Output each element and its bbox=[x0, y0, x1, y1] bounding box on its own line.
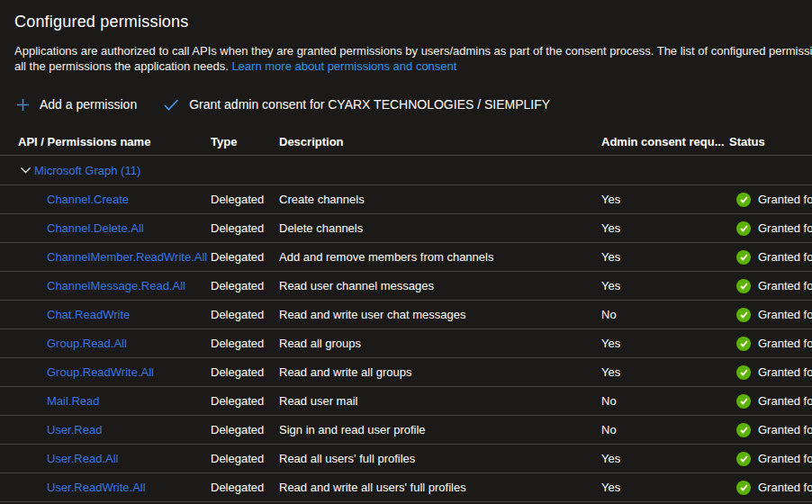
plus-icon bbox=[16, 98, 30, 112]
permission-description: Read user mail bbox=[279, 394, 601, 408]
permission-description: Read and write all groups bbox=[279, 365, 601, 379]
granted-check-icon bbox=[736, 193, 751, 207]
admin-consent-required-value: No bbox=[601, 423, 729, 436]
granted-check-icon bbox=[736, 337, 751, 351]
granted-check-icon bbox=[736, 394, 751, 409]
granted-check-icon bbox=[736, 279, 751, 293]
granted-check-icon bbox=[736, 250, 751, 265]
status-cell: Granted for bbox=[729, 423, 812, 437]
admin-consent-required-value: No bbox=[601, 394, 729, 408]
table-row: User.Read Delegated Sign in and read use… bbox=[0, 416, 812, 445]
permission-name-link[interactable]: Group.ReadWrite.All bbox=[47, 365, 154, 379]
granted-check-icon bbox=[736, 423, 751, 437]
add-permission-button[interactable]: Add a permission bbox=[16, 97, 137, 112]
grant-admin-consent-button[interactable]: Grant admin consent for CYARX TECHNOLOGI… bbox=[164, 97, 550, 112]
permission-description: Read user channel messages bbox=[279, 279, 601, 292]
permission-name-link[interactable]: Chat.ReadWrite bbox=[47, 308, 130, 321]
permission-name-link[interactable]: User.ReadWrite.All bbox=[47, 481, 146, 494]
status-cell: Granted for bbox=[729, 193, 812, 207]
table-row: Mail.Read Delegated Read user mail No Gr… bbox=[0, 387, 812, 416]
configured-permissions-pane: Configured permissions Applications are … bbox=[0, 0, 812, 502]
permission-type: Delegated bbox=[211, 337, 279, 350]
permissions-table: API / Permissions name Type Description … bbox=[0, 128, 812, 502]
status-text: Granted for bbox=[758, 394, 812, 408]
page-title: Configured permissions bbox=[0, 11, 812, 32]
status-text: Granted for bbox=[758, 452, 812, 465]
granted-check-icon bbox=[736, 308, 751, 322]
table-row: ChannelMember.ReadWrite.All Delegated Ad… bbox=[0, 243, 812, 272]
header-api-permissions-name[interactable]: API / Permissions name bbox=[0, 135, 211, 148]
status-text: Granted for bbox=[758, 365, 812, 379]
permission-name-link[interactable]: Channel.Create bbox=[47, 193, 129, 206]
admin-consent-required-value: Yes bbox=[601, 452, 729, 465]
permission-description: Read all groups bbox=[279, 337, 601, 350]
status-cell: Granted for bbox=[729, 221, 812, 236]
admin-consent-required-value: Yes bbox=[601, 365, 729, 379]
table-row: Chat.ReadWrite Delegated Read and write … bbox=[0, 301, 812, 329]
table-header-row: API / Permissions name Type Description … bbox=[0, 128, 812, 156]
table-row: Group.ReadWrite.All Delegated Read and w… bbox=[0, 358, 812, 387]
admin-consent-required-value: Yes bbox=[601, 337, 729, 350]
permission-type: Delegated bbox=[211, 423, 279, 436]
status-cell: Granted for bbox=[729, 308, 812, 322]
permission-type: Delegated bbox=[211, 250, 279, 264]
api-group-link[interactable]: Microsoft Graph (11) bbox=[34, 164, 140, 177]
status-cell: Granted for bbox=[729, 337, 812, 351]
status-text: Granted for bbox=[758, 337, 812, 350]
permission-description: Create channels bbox=[279, 193, 601, 206]
status-cell: Granted for bbox=[729, 250, 812, 265]
admin-consent-required-value: Yes bbox=[601, 279, 729, 292]
admin-consent-required-value: Yes bbox=[601, 250, 729, 264]
permission-name-link[interactable]: Channel.Delete.All bbox=[47, 221, 144, 235]
grant-admin-consent-label: Grant admin consent for CYARX TECHNOLOGI… bbox=[189, 97, 550, 112]
permission-type: Delegated bbox=[211, 394, 279, 408]
table-row: Channel.Create Delegated Create channels… bbox=[0, 185, 812, 214]
status-text: Granted for bbox=[758, 221, 812, 235]
table-body: Channel.Create Delegated Create channels… bbox=[0, 185, 812, 502]
header-status[interactable]: Status bbox=[729, 135, 812, 148]
permission-description: Read and write all users' full profiles bbox=[279, 481, 601, 494]
permission-type: Delegated bbox=[211, 193, 279, 206]
permission-name-link[interactable]: Group.Read.All bbox=[47, 337, 127, 350]
chevron-down-icon[interactable] bbox=[20, 166, 32, 175]
permission-name-link[interactable]: User.Read bbox=[47, 423, 102, 436]
permission-type: Delegated bbox=[211, 308, 279, 321]
header-type[interactable]: Type bbox=[211, 135, 279, 148]
admin-consent-required-value: Yes bbox=[601, 193, 729, 206]
status-cell: Granted for bbox=[729, 394, 812, 409]
granted-check-icon bbox=[736, 481, 751, 495]
status-text: Granted for bbox=[758, 308, 812, 321]
permission-description: Delete channels bbox=[279, 221, 601, 235]
table-row: Channel.Delete.All Delegated Delete chan… bbox=[0, 214, 812, 243]
toolbar: Add a permission Grant admin consent for… bbox=[0, 94, 812, 115]
permission-description: Read and write user chat messages bbox=[279, 308, 601, 321]
status-cell: Granted for bbox=[729, 452, 812, 466]
status-text: Granted for bbox=[758, 250, 812, 264]
permission-name-link[interactable]: User.Read.All bbox=[47, 452, 118, 465]
permission-type: Delegated bbox=[211, 279, 279, 292]
table-row: ChannelMessage.Read.All Delegated Read u… bbox=[0, 272, 812, 301]
header-admin-consent-required[interactable]: Admin consent requ... bbox=[601, 135, 729, 148]
permission-name-link[interactable]: Mail.Read bbox=[47, 394, 100, 408]
permission-type: Delegated bbox=[211, 365, 279, 379]
permission-type: Delegated bbox=[211, 452, 279, 465]
status-text: Granted for bbox=[758, 279, 812, 292]
description-text: Applications are authorized to call APIs… bbox=[0, 43, 812, 74]
status-cell: Granted for bbox=[729, 365, 812, 380]
permission-name-link[interactable]: ChannelMember.ReadWrite.All bbox=[47, 250, 207, 264]
admin-consent-required-value: Yes bbox=[601, 481, 729, 494]
api-group-row-microsoft-graph[interactable]: Microsoft Graph (11) bbox=[0, 156, 812, 185]
table-row: User.ReadWrite.All Delegated Read and wr… bbox=[0, 473, 812, 502]
add-permission-label: Add a permission bbox=[40, 97, 137, 112]
check-icon bbox=[164, 99, 179, 111]
description-line1: Applications are authorized to call APIs… bbox=[14, 43, 812, 58]
header-description[interactable]: Description bbox=[279, 135, 601, 148]
status-text: Granted for bbox=[758, 481, 812, 494]
learn-more-link[interactable]: Learn more about permissions and consent bbox=[231, 59, 456, 73]
permission-name-link[interactable]: ChannelMessage.Read.All bbox=[47, 279, 185, 292]
permission-type: Delegated bbox=[211, 221, 279, 235]
status-cell: Granted for bbox=[729, 279, 812, 293]
status-cell: Granted for bbox=[729, 481, 812, 495]
admin-consent-required-value: No bbox=[601, 308, 729, 321]
permission-description: Add and remove members from channels bbox=[279, 250, 601, 264]
